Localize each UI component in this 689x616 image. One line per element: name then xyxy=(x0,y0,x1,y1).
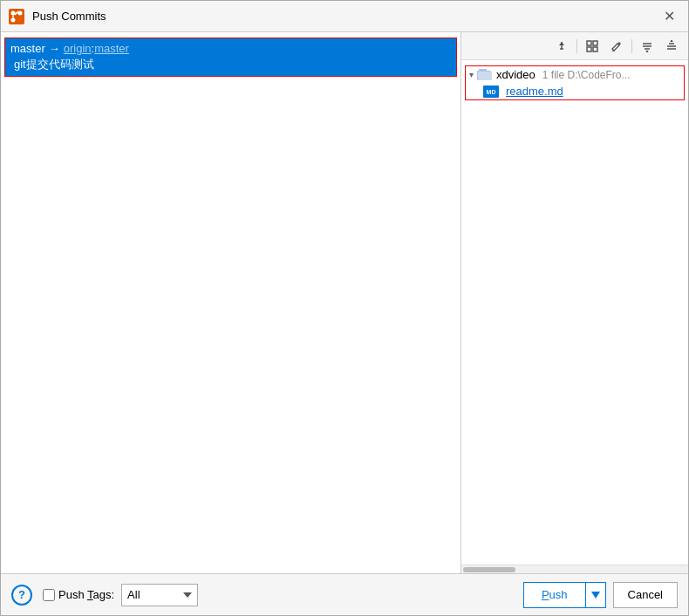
push-tags-dropdown[interactable]: All None Annotated xyxy=(121,584,198,606)
tree-repo-item[interactable]: ▾ xdvideo 1 file D:\CodeFro... xyxy=(466,66,684,83)
push-dropdown-button[interactable] xyxy=(585,582,606,608)
folder-icon xyxy=(477,69,493,81)
branch-to-link[interactable]: master xyxy=(94,42,129,55)
repo-name: xdvideo xyxy=(496,68,536,81)
md-file-icon: MD xyxy=(483,86,499,98)
scrollbar-thumb xyxy=(463,567,515,572)
svg-rect-22 xyxy=(478,72,492,80)
push-button[interactable]: Push xyxy=(523,582,585,608)
horizontal-scrollbar[interactable] xyxy=(461,565,688,573)
svg-point-2 xyxy=(18,10,23,15)
push-commits-dialog: Push Commits ✕ master → origin : master xyxy=(0,0,689,616)
close-button[interactable]: ✕ xyxy=(657,4,681,29)
pin-button[interactable] xyxy=(550,35,573,58)
dialog-title: Push Commits xyxy=(32,10,657,23)
files-tree: ▾ xdvideo 1 file D:\CodeFro... xyxy=(461,60,688,565)
svg-rect-9 xyxy=(587,41,591,45)
app-icon xyxy=(8,8,25,25)
commit-message: git提交代码测试 xyxy=(10,57,451,72)
push-tags-area: Push Tags: All None Annotated xyxy=(32,584,523,606)
push-tags-checkbox-wrapper xyxy=(43,589,55,601)
main-content: master → origin : master git提交代码测试 xyxy=(1,32,688,573)
push-tags-label[interactable]: Push Tags: xyxy=(58,588,114,601)
file-name[interactable]: readme.md xyxy=(506,85,563,98)
repo-meta: 1 file D:\CodeFro... xyxy=(542,69,631,81)
svg-rect-0 xyxy=(9,9,24,24)
push-label-rest: ush xyxy=(549,588,568,601)
right-panel: ▾ xdvideo 1 file D:\CodeFro... xyxy=(461,32,688,573)
toolbar-sep-1 xyxy=(576,39,577,53)
push-tags-checkbox[interactable] xyxy=(43,589,55,601)
remote-link[interactable]: origin xyxy=(64,42,92,55)
action-buttons: Push Cancel xyxy=(523,582,678,608)
help-button[interactable]: ? xyxy=(11,585,32,606)
commit-highlight-box: master → origin : master git提交代码测试 xyxy=(4,38,457,77)
chevron-icon[interactable]: ▾ xyxy=(469,70,474,79)
right-toolbar xyxy=(461,32,688,60)
svg-rect-11 xyxy=(587,47,591,51)
expand-button[interactable] xyxy=(581,35,604,58)
cancel-button[interactable]: Cancel xyxy=(613,582,678,608)
svg-rect-12 xyxy=(593,47,597,51)
tree-file-item[interactable]: MD readme.md xyxy=(466,83,684,99)
title-bar: Push Commits ✕ xyxy=(1,1,688,32)
branch-from: master xyxy=(10,42,45,55)
push-underline-P: P xyxy=(542,588,549,601)
collapse-all-button[interactable] xyxy=(636,35,658,58)
push-tags-underline-T: T xyxy=(87,588,93,601)
bottom-bar: ? Push Tags: All None Annotated Push xyxy=(1,573,688,615)
commit-branch-row: master → origin : master xyxy=(10,42,451,55)
left-panel: master → origin : master git提交代码测试 xyxy=(1,32,461,573)
commit-item[interactable]: master → origin : master git提交代码测试 xyxy=(5,38,456,76)
toolbar-sep-2 xyxy=(631,39,632,53)
arrow: → xyxy=(49,42,60,55)
svg-point-3 xyxy=(11,17,16,22)
files-highlight-box: ▾ xdvideo 1 file D:\CodeFro... xyxy=(465,65,685,100)
svg-rect-10 xyxy=(593,41,597,45)
expand-all-button[interactable] xyxy=(660,35,683,58)
edit-button[interactable] xyxy=(605,35,628,58)
commits-list: master → origin : master git提交代码测试 xyxy=(1,32,460,573)
